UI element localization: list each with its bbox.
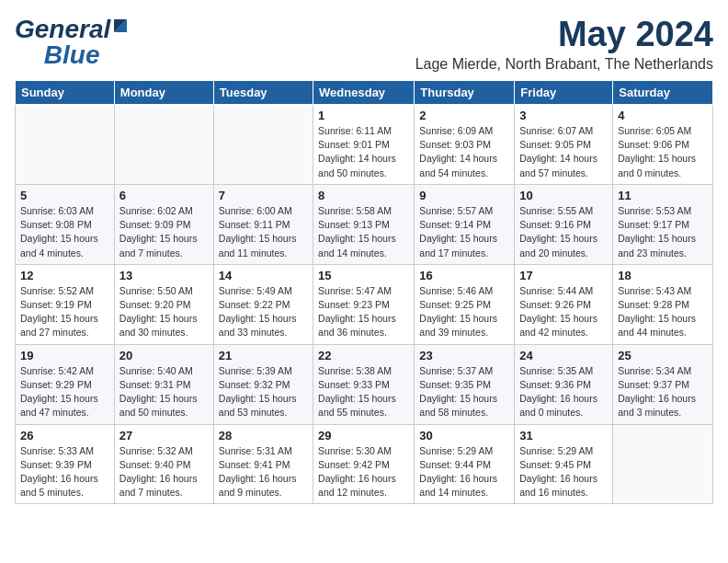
day-info: Sunrise: 5:33 AMSunset: 9:39 PMDaylight:… (20, 444, 109, 500)
calendar-cell: 27Sunrise: 5:32 AMSunset: 9:40 PMDayligh… (114, 424, 213, 504)
day-number: 8 (318, 189, 409, 202)
calendar-cell: 20Sunrise: 5:40 AMSunset: 9:31 PMDayligh… (114, 344, 213, 424)
calendar-cell: 13Sunrise: 5:50 AMSunset: 9:20 PMDayligh… (114, 264, 213, 344)
day-number: 15 (318, 269, 409, 282)
day-number: 5 (20, 189, 109, 202)
day-number: 3 (519, 109, 608, 122)
calendar-cell: 2Sunrise: 6:09 AMSunset: 9:03 PMDaylight… (415, 105, 515, 185)
calendar-week-5: 26Sunrise: 5:33 AMSunset: 9:39 PMDayligh… (16, 424, 713, 504)
day-number: 24 (519, 349, 608, 362)
weekday-header-saturday: Saturday (613, 81, 713, 105)
day-number: 21 (219, 349, 308, 362)
day-number: 31 (519, 429, 608, 442)
day-info: Sunrise: 5:38 AMSunset: 9:33 PMDaylight:… (318, 364, 409, 420)
day-number: 1 (318, 109, 409, 122)
weekday-header-friday: Friday (515, 81, 613, 105)
calendar-cell: 12Sunrise: 5:52 AMSunset: 9:19 PMDayligh… (16, 264, 115, 344)
day-number: 30 (419, 429, 509, 442)
weekday-header-row: SundayMondayTuesdayWednesdayThursdayFrid… (16, 81, 713, 105)
day-info: Sunrise: 5:43 AMSunset: 9:28 PMDaylight:… (618, 284, 708, 340)
day-info: Sunrise: 5:50 AMSunset: 9:20 PMDaylight:… (119, 284, 209, 340)
calendar-table: SundayMondayTuesdayWednesdayThursdayFrid… (15, 80, 713, 504)
calendar-cell: 21Sunrise: 5:39 AMSunset: 9:32 PMDayligh… (213, 344, 313, 424)
calendar-week-2: 5Sunrise: 6:03 AMSunset: 9:08 PMDaylight… (16, 184, 713, 264)
calendar-cell: 14Sunrise: 5:49 AMSunset: 9:22 PMDayligh… (213, 264, 313, 344)
calendar-cell: 23Sunrise: 5:37 AMSunset: 9:35 PMDayligh… (415, 344, 515, 424)
day-info: Sunrise: 5:53 AMSunset: 9:17 PMDaylight:… (618, 204, 708, 260)
day-number: 12 (20, 269, 109, 282)
day-info: Sunrise: 6:00 AMSunset: 9:11 PMDaylight:… (219, 204, 308, 260)
calendar-cell: 7Sunrise: 6:00 AMSunset: 9:11 PMDaylight… (213, 184, 313, 264)
day-number: 20 (119, 349, 209, 362)
calendar-cell (114, 105, 213, 185)
day-info: Sunrise: 5:46 AMSunset: 9:25 PMDaylight:… (419, 284, 509, 340)
day-info: Sunrise: 5:32 AMSunset: 9:40 PMDaylight:… (119, 444, 209, 500)
day-info: Sunrise: 5:57 AMSunset: 9:14 PMDaylight:… (419, 204, 509, 260)
day-number: 17 (519, 269, 608, 282)
calendar-cell: 30Sunrise: 5:29 AMSunset: 9:44 PMDayligh… (415, 424, 515, 504)
day-number: 19 (20, 349, 109, 362)
calendar-cell: 4Sunrise: 6:05 AMSunset: 9:06 PMDaylight… (613, 105, 713, 185)
calendar-cell: 1Sunrise: 6:11 AMSunset: 9:01 PMDaylight… (313, 105, 415, 185)
calendar-cell: 15Sunrise: 5:47 AMSunset: 9:23 PMDayligh… (313, 264, 415, 344)
calendar-cell: 25Sunrise: 5:34 AMSunset: 9:37 PMDayligh… (613, 344, 713, 424)
calendar-cell: 6Sunrise: 6:02 AMSunset: 9:09 PMDaylight… (114, 184, 213, 264)
day-info: Sunrise: 5:44 AMSunset: 9:26 PMDaylight:… (519, 284, 608, 340)
day-info: Sunrise: 5:55 AMSunset: 9:16 PMDaylight:… (519, 204, 608, 260)
day-number: 7 (219, 189, 308, 202)
month-year-title: May 2024 (415, 15, 713, 54)
day-info: Sunrise: 5:35 AMSunset: 9:36 PMDaylight:… (519, 364, 608, 420)
day-number: 13 (119, 269, 209, 282)
calendar-week-3: 12Sunrise: 5:52 AMSunset: 9:19 PMDayligh… (16, 264, 713, 344)
calendar-cell: 10Sunrise: 5:55 AMSunset: 9:16 PMDayligh… (515, 184, 613, 264)
day-number: 6 (119, 189, 209, 202)
logo-arrow-icon (112, 17, 129, 34)
calendar-cell: 19Sunrise: 5:42 AMSunset: 9:29 PMDayligh… (16, 344, 115, 424)
day-number: 14 (219, 269, 308, 282)
day-number: 16 (419, 269, 509, 282)
day-number: 23 (419, 349, 509, 362)
day-number: 22 (318, 349, 409, 362)
day-info: Sunrise: 6:11 AMSunset: 9:01 PMDaylight:… (318, 124, 409, 180)
day-info: Sunrise: 5:52 AMSunset: 9:19 PMDaylight:… (20, 284, 109, 340)
day-info: Sunrise: 6:03 AMSunset: 9:08 PMDaylight:… (20, 204, 109, 260)
day-info: Sunrise: 5:37 AMSunset: 9:35 PMDaylight:… (419, 364, 509, 420)
calendar-cell (213, 105, 313, 185)
day-info: Sunrise: 6:05 AMSunset: 9:06 PMDaylight:… (618, 124, 708, 180)
day-info: Sunrise: 5:49 AMSunset: 9:22 PMDaylight:… (219, 284, 308, 340)
weekday-header-monday: Monday (114, 81, 213, 105)
calendar-cell: 8Sunrise: 5:58 AMSunset: 9:13 PMDaylight… (313, 184, 415, 264)
day-info: Sunrise: 6:09 AMSunset: 9:03 PMDaylight:… (419, 124, 509, 180)
calendar-cell: 31Sunrise: 5:29 AMSunset: 9:45 PMDayligh… (515, 424, 613, 504)
logo: General Blue (15, 15, 129, 70)
day-info: Sunrise: 6:02 AMSunset: 9:09 PMDaylight:… (119, 204, 209, 260)
page-header: General Blue May 2024 Lage Mierde, North… (15, 15, 713, 73)
day-number: 18 (618, 269, 708, 282)
day-info: Sunrise: 5:42 AMSunset: 9:29 PMDaylight:… (20, 364, 109, 420)
logo-blue: Blue (44, 40, 100, 70)
calendar-cell: 17Sunrise: 5:44 AMSunset: 9:26 PMDayligh… (515, 264, 613, 344)
day-info: Sunrise: 5:40 AMSunset: 9:31 PMDaylight:… (119, 364, 209, 420)
calendar-cell (16, 105, 115, 185)
calendar-cell: 26Sunrise: 5:33 AMSunset: 9:39 PMDayligh… (16, 424, 115, 504)
weekday-header-sunday: Sunday (16, 81, 115, 105)
day-number: 2 (419, 109, 509, 122)
calendar-cell: 24Sunrise: 5:35 AMSunset: 9:36 PMDayligh… (515, 344, 613, 424)
day-number: 26 (20, 429, 109, 442)
calendar-cell: 9Sunrise: 5:57 AMSunset: 9:14 PMDaylight… (415, 184, 515, 264)
calendar-cell: 11Sunrise: 5:53 AMSunset: 9:17 PMDayligh… (613, 184, 713, 264)
title-block: May 2024 Lage Mierde, North Brabant, The… (415, 15, 713, 73)
day-number: 28 (219, 429, 308, 442)
calendar-cell: 22Sunrise: 5:38 AMSunset: 9:33 PMDayligh… (313, 344, 415, 424)
day-number: 10 (519, 189, 608, 202)
calendar-cell: 16Sunrise: 5:46 AMSunset: 9:25 PMDayligh… (415, 264, 515, 344)
day-number: 29 (318, 429, 409, 442)
day-info: Sunrise: 5:29 AMSunset: 9:44 PMDaylight:… (419, 444, 509, 500)
day-info: Sunrise: 5:39 AMSunset: 9:32 PMDaylight:… (219, 364, 308, 420)
calendar-cell: 5Sunrise: 6:03 AMSunset: 9:08 PMDaylight… (16, 184, 115, 264)
calendar-cell (613, 424, 713, 504)
weekday-header-tuesday: Tuesday (213, 81, 313, 105)
calendar-cell: 28Sunrise: 5:31 AMSunset: 9:41 PMDayligh… (213, 424, 313, 504)
day-number: 9 (419, 189, 509, 202)
day-number: 25 (618, 349, 708, 362)
